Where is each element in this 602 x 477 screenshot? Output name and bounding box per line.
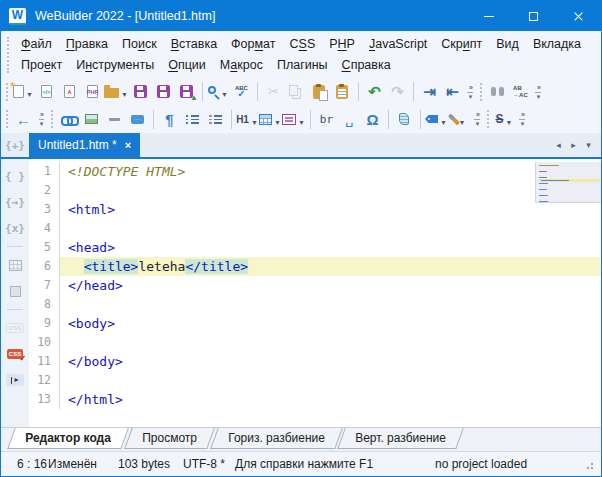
save-and-upload-button[interactable]: ▲ — [175, 81, 198, 103]
toolbar-grip[interactable] — [487, 110, 489, 128]
menu-file[interactable]: Файл — [14, 36, 59, 52]
format-painter-button[interactable]: ▼ — [448, 108, 471, 130]
new-document-button[interactable]: ★▼ — [12, 81, 35, 103]
new-html-document-button[interactable]: A — [58, 81, 81, 103]
menu-javascript[interactable]: JavaScript — [362, 36, 434, 52]
code-line[interactable]: 10 — [29, 333, 601, 352]
document-tab[interactable]: Untitled1.htm *× — [29, 133, 140, 157]
menu-macro[interactable]: Макрос — [213, 57, 270, 73]
new-php-document-button[interactable]: PHP — [81, 81, 104, 103]
search-dropdown-icon[interactable]: ▼ — [221, 91, 228, 98]
insert-non-breaking-space-button[interactable]: ␣ — [338, 108, 361, 130]
insert-table-button[interactable]: ▼ — [259, 108, 282, 130]
minimize-button[interactable] — [466, 1, 511, 31]
unindent-button[interactable]: ⇤ — [441, 81, 464, 103]
view-tab-vertical-split[interactable]: Верт. разбиение — [337, 428, 463, 449]
code-line[interactable]: 1<!DOCTYPE HTML> — [29, 162, 601, 181]
insert-image-button[interactable] — [80, 108, 103, 130]
menu-script[interactable]: Скрипт — [434, 36, 489, 52]
insert-script-button[interactable] — [393, 108, 416, 130]
insert-special-character-button[interactable]: Ω — [361, 108, 384, 130]
table-designer-button[interactable] — [4, 256, 27, 274]
css-validator-button[interactable]: CSS✓ — [4, 345, 27, 363]
panel-expand-button[interactable]: ▸ — [4, 371, 27, 389]
view-tab-horizontal-split[interactable]: Гориз. разбиение — [210, 428, 342, 449]
insert-comment-button[interactable]: ··· — [126, 108, 149, 130]
code-editor[interactable]: 1<!DOCTYPE HTML>23<html>45<head>6 <title… — [29, 159, 601, 427]
toolbar-grip[interactable] — [51, 110, 53, 128]
insert-form-button[interactable]: ▼ — [282, 108, 306, 130]
menu-insert[interactable]: Вставка — [164, 36, 224, 52]
menu-view[interactable]: Вид — [489, 36, 526, 52]
toolbar-overflow-button[interactable]: »▼ — [35, 111, 48, 127]
insert-numbered-list-button[interactable] — [204, 108, 227, 130]
toolbar-grip[interactable] — [6, 83, 8, 101]
view-tab-preview[interactable]: Просмотр — [124, 428, 214, 449]
code-line[interactable]: 2 — [29, 181, 601, 200]
resize-grip[interactable] — [591, 467, 593, 469]
code-line[interactable]: 3<html> — [29, 200, 601, 219]
find-and-replace-button[interactable]: AB→AC — [509, 81, 532, 103]
menu-php[interactable]: PHP — [322, 36, 362, 52]
new-from-template-button[interactable]: </> — [35, 81, 58, 103]
menu-project[interactable]: Проект — [14, 57, 69, 73]
find-in-files-button[interactable] — [486, 81, 509, 103]
insert-form-dropdown-icon[interactable]: ▼ — [298, 119, 305, 126]
toolbar-grip[interactable] — [480, 83, 482, 101]
format-selection-button[interactable]: {→} — [4, 193, 27, 211]
menu-plugins[interactable]: Плагины — [270, 57, 335, 73]
encoding[interactable]: UTF-8 * — [183, 457, 235, 471]
toolbar-grip[interactable] — [6, 110, 8, 128]
code-line[interactable]: 7</head> — [29, 276, 601, 295]
strikethrough-dropdown-icon[interactable]: ▼ — [505, 119, 512, 126]
insert-tag-button[interactable]: ▼ — [425, 108, 448, 130]
maximize-button[interactable] — [511, 1, 556, 31]
save-all-button[interactable] — [152, 81, 175, 103]
code-line[interactable]: 9<body> — [29, 314, 601, 333]
tab-scroll-left-button[interactable]: ◂ — [551, 140, 566, 150]
minimap[interactable] — [535, 162, 601, 203]
open-file-button[interactable]: ▼ — [104, 81, 129, 103]
menu-search[interactable]: Поиск — [115, 36, 164, 52]
code-line[interactable]: 12 — [29, 371, 601, 390]
toolbar-overflow-button[interactable]: »▼ — [532, 84, 545, 100]
menu-format[interactable]: Формат — [224, 36, 282, 52]
toolbar-overflow-button[interactable]: »▼ — [464, 84, 477, 100]
indent-button[interactable]: ⇥ — [418, 81, 441, 103]
toolbar-overflow-button[interactable]: »▼ — [516, 111, 529, 127]
menu-edit[interactable]: Правка — [59, 36, 115, 52]
undo-button[interactable]: ↶ — [363, 81, 386, 103]
insert-line-break-button[interactable]: br — [315, 108, 338, 130]
insert-heading-dropdown-icon[interactable]: ▼ — [251, 119, 258, 126]
menu-options[interactable]: Опции — [161, 57, 213, 73]
tab-list-button[interactable]: ▾ — [581, 140, 596, 150]
code-snippet-button[interactable]: {+} — [4, 134, 27, 156]
insert-table-dropdown-icon[interactable]: ▼ — [274, 119, 281, 126]
tab-scroll-right-button[interactable]: ▸ — [566, 140, 581, 150]
menu-css[interactable]: CSS — [283, 36, 323, 52]
menubar-grip[interactable] — [7, 37, 9, 73]
strikethrough-button[interactable]: S▼ — [493, 108, 516, 130]
toolbar-overflow-button[interactable]: »▼ — [471, 111, 484, 127]
insert-paragraph-button[interactable]: ¶ — [158, 108, 181, 130]
code-line[interactable]: 4 — [29, 219, 601, 238]
browse-back-button[interactable]: ← — [12, 108, 35, 130]
save-button[interactable] — [129, 81, 152, 103]
code-line[interactable]: 8 — [29, 295, 601, 314]
paste-button[interactable] — [308, 81, 331, 103]
insert-horizontal-rule-button[interactable] — [103, 108, 126, 130]
insert-tag-dropdown-icon[interactable]: ▼ — [440, 119, 447, 126]
code-line[interactable]: 6 <title>leteha</title> — [29, 257, 601, 276]
tab-close-icon[interactable]: × — [125, 140, 131, 151]
remove-formatting-button[interactable]: {x} — [4, 219, 27, 237]
insert-bullet-list-button[interactable] — [181, 108, 204, 130]
spell-check-button[interactable]: ABC✓ — [230, 81, 253, 103]
block-element-button[interactable] — [4, 282, 27, 300]
open-file-dropdown-icon[interactable]: ▼ — [121, 91, 128, 98]
menu-tools[interactable]: Инструменты — [69, 57, 161, 73]
search-button[interactable]: ▼ — [207, 81, 230, 103]
format-code-button[interactable]: { } — [4, 167, 27, 185]
close-button[interactable] — [556, 1, 601, 31]
code-line[interactable]: 5<head> — [29, 238, 601, 257]
code-line[interactable]: 11</body> — [29, 352, 601, 371]
